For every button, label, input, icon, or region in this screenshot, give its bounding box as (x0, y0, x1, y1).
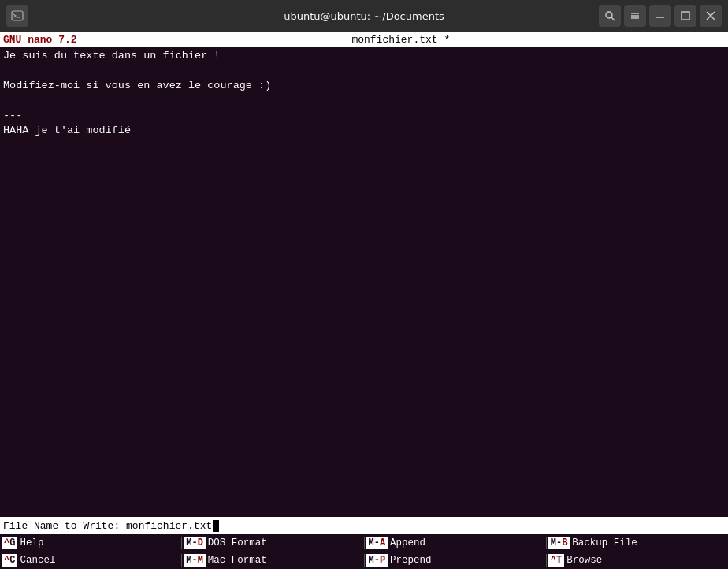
editor-line: HAHA je t'ai modifié (3, 124, 725, 139)
filename-prompt: File Name to Write: monfichier.txt (3, 520, 212, 532)
divider (546, 537, 547, 549)
shortcut-prepend[interactable]: M-P Prepend (366, 554, 544, 567)
nano-header: GNU nano 7.2 monfichier.txt * (0, 32, 728, 47)
nano-filename: monfichier.txt * (77, 34, 725, 46)
editor-area[interactable]: Je suis du texte dans un fichier ! Modif… (0, 47, 728, 517)
divider (546, 554, 547, 567)
svg-line-3 (611, 17, 615, 20)
filename-bar: File Name to Write: monfichier.txt (0, 517, 728, 534)
minimize-button[interactable] (649, 5, 671, 27)
shortcut-label-browse: Browse (566, 555, 602, 566)
shortcut-key-prepend: M-P (366, 554, 388, 567)
maximize-button[interactable] (674, 5, 696, 27)
shortcut-key-mac: M-M (184, 554, 206, 567)
editor-line: Je suis du texte dans un fichier ! (3, 49, 725, 64)
shortcut-bar-1: ^G Help M-D DOS Format M-A Append M-B Ba… (0, 534, 728, 552)
editor-line (3, 94, 725, 109)
shortcut-key-dos: M-D (184, 537, 206, 549)
shortcut-label-append: Append (390, 537, 425, 549)
svg-rect-8 (682, 12, 689, 20)
filename-cursor (213, 520, 219, 532)
terminal-icon (6, 5, 28, 27)
divider (364, 554, 365, 567)
shortcut-cancel[interactable]: ^C Cancel (2, 554, 180, 567)
shortcut-backup[interactable]: M-B Backup File (548, 537, 726, 549)
shortcut-label-prepend: Prepend (390, 555, 432, 566)
shortcut-help[interactable]: ^G Help (2, 537, 180, 549)
shortcut-label-backup: Backup File (572, 537, 637, 549)
title-bar: ubuntu@ubuntu: ~/Documents (0, 0, 728, 32)
editor-line: Modifiez-moi si vous en avez le courage … (3, 79, 725, 94)
title-bar-left (6, 5, 28, 27)
close-button[interactable] (700, 5, 722, 27)
divider (181, 537, 182, 549)
shortcut-mac-format[interactable]: M-M Mac Format (184, 554, 362, 567)
shortcut-dos-format[interactable]: M-D DOS Format (184, 537, 362, 549)
search-button[interactable] (599, 5, 621, 27)
editor-line: --- (3, 109, 725, 124)
shortcut-label-help: Help (20, 537, 43, 549)
svg-rect-0 (12, 11, 23, 20)
shortcut-label-dos: DOS Format (208, 537, 267, 549)
editor-line (3, 64, 725, 79)
shortcut-key-browse: ^T (548, 554, 564, 567)
menu-button[interactable] (624, 5, 646, 27)
divider (364, 537, 365, 549)
shortcut-key-backup: M-B (548, 537, 570, 549)
shortcut-key-cancel: ^C (2, 554, 17, 567)
shortcut-browse[interactable]: ^T Browse (548, 554, 726, 567)
shortcut-bar-2: ^C Cancel M-M Mac Format M-P Prepend ^T … (0, 552, 728, 569)
nano-version: GNU nano 7.2 (3, 34, 77, 46)
shortcut-key-help: ^G (2, 537, 17, 549)
shortcut-label-mac: Mac Format (208, 555, 267, 566)
window-title: ubuntu@ubuntu: ~/Documents (284, 10, 444, 22)
title-bar-controls (599, 5, 722, 27)
shortcut-label-cancel: Cancel (20, 555, 55, 566)
svg-point-2 (606, 12, 612, 18)
shortcut-append[interactable]: M-A Append (366, 537, 544, 549)
shortcut-key-append: M-A (366, 537, 388, 549)
divider (181, 554, 182, 567)
